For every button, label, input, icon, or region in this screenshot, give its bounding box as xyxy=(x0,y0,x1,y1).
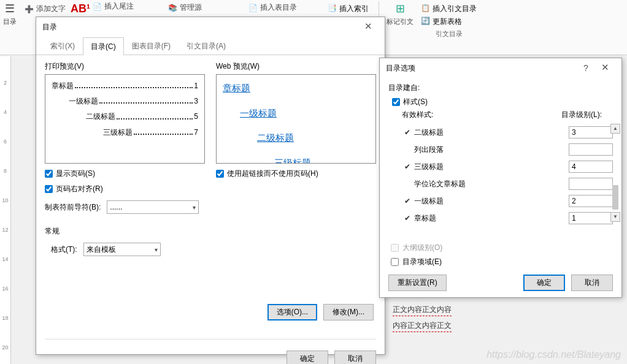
ribbon-insert-table-toc[interactable]: 📄 插入表目录 xyxy=(248,2,297,13)
toc-options-title: 目录选项 xyxy=(386,63,415,74)
ribbon-insert-citation-toc[interactable]: 📋 插入引文目录 xyxy=(421,4,477,14)
use-styles-input[interactable] xyxy=(392,98,400,106)
tab-toc[interactable]: 目录(C) xyxy=(83,37,124,55)
ribbon-toc[interactable]: ☰ 目录 xyxy=(2,1,17,26)
mark-icon: ⊞ xyxy=(393,1,407,16)
format-value: 来自模板 xyxy=(87,245,116,255)
toc-options-dialog: 目录选项 ? ✕ 目录建自: 样式(S) 有效样式: 目录级别(L): ✔ 二级… xyxy=(379,58,622,298)
chevron-down-icon: ▾ xyxy=(193,204,196,211)
print-preview-item: 一级标题 xyxy=(69,94,98,109)
level-input[interactable] xyxy=(569,126,613,138)
level-input[interactable] xyxy=(569,178,613,190)
style-name: 章标题 xyxy=(413,213,569,224)
scroll-down-icon[interactable]: ▼ xyxy=(610,212,620,222)
web-preview-link[interactable]: 二级标题 xyxy=(223,128,369,148)
plus-icon: ➕ xyxy=(25,5,34,13)
refresh-icon: 🔄 xyxy=(421,17,430,27)
style-row: ✔ 二级标题 xyxy=(402,124,613,141)
ribbon-table-toc-label: 插入表目录 xyxy=(260,2,297,13)
book-icon: 📚 xyxy=(168,4,177,12)
format-select[interactable]: 来自模板 ▾ xyxy=(83,243,161,256)
use-styles-checkbox[interactable]: 样式(S) xyxy=(388,97,613,107)
ribbon-mark-label: 标记引文 xyxy=(387,17,414,26)
check-icon: ✔ xyxy=(402,214,413,222)
ribbon-toc-label: 目录 xyxy=(3,17,17,26)
style-row: 列出段落 xyxy=(402,141,613,158)
right-align-checkbox[interactable]: 页码右对齐(R) xyxy=(45,184,205,194)
ribbon-manage-source[interactable]: 📚 管理源 xyxy=(168,2,202,13)
tab-leader-select[interactable]: ...... ▾ xyxy=(107,200,199,214)
outline-levels-label: 大纲级别(O) xyxy=(402,243,442,253)
style-list-scrollbar[interactable]: ▲ ▼ xyxy=(610,124,620,222)
ok-button[interactable]: 确定 xyxy=(287,351,328,364)
outline-levels-checkbox[interactable]: 大纲级别(O) xyxy=(388,243,613,253)
document-text-line-1: 正文内容正文内容 xyxy=(393,304,452,316)
style-name: 学位论文章标题 xyxy=(413,179,569,189)
scroll-up-icon[interactable]: ▲ xyxy=(610,124,620,134)
ribbon-endnote[interactable]: 📄 插入尾注 xyxy=(93,1,134,12)
doc-icon: 📄 xyxy=(248,4,258,12)
reset-button[interactable]: 重新设置(R) xyxy=(388,275,447,291)
level-input[interactable] xyxy=(569,161,613,173)
web-preview-link[interactable]: 章标题 xyxy=(223,78,369,98)
toc-field-label: 目录项域(E) xyxy=(402,257,442,267)
style-name: 一级标题 xyxy=(413,196,569,207)
chevron-down-icon: ▾ xyxy=(155,246,158,253)
ab-icon: AB¹ xyxy=(73,1,88,16)
show-page-number-checkbox[interactable]: 显示页码(S) xyxy=(45,169,205,179)
style-row: ✔ 一级标题 xyxy=(402,192,613,210)
web-preview-label: Web 预览(W) xyxy=(216,61,376,72)
toc-dialog-title: 目录 xyxy=(42,22,57,32)
web-preview-box[interactable]: 章标题 一级标题 二级标题 三级标题 xyxy=(216,74,376,164)
ribbon-insert-index[interactable]: 📑 插入索引 xyxy=(328,4,369,14)
ribbon-add-text[interactable]: ➕ 添加文字 xyxy=(25,4,66,14)
ribbon-endnote-label: 插入尾注 xyxy=(104,1,134,12)
print-preview-page: 7 xyxy=(194,125,198,140)
ribbon-manage-label: 管理源 xyxy=(180,2,202,13)
level-input[interactable] xyxy=(569,212,613,224)
close-icon[interactable]: ✕ xyxy=(594,60,615,76)
ribbon-cite-label: 插入引文目录 xyxy=(433,4,477,14)
right-align-input[interactable] xyxy=(45,185,53,193)
style-row: 学位论文章标题 xyxy=(402,175,613,192)
ribbon-update-table[interactable]: 🔄 更新表格 xyxy=(421,17,477,27)
cancel-button[interactable]: 取消 xyxy=(571,275,613,291)
use-hyperlinks-checkbox[interactable]: 使用超链接而不使用页码(H) xyxy=(216,169,376,179)
tab-citation-toc[interactable]: 引文目录(A) xyxy=(179,37,234,55)
level-input[interactable] xyxy=(569,195,613,207)
web-preview-link[interactable]: 三级标题 xyxy=(223,153,369,164)
web-preview-link[interactable]: 一级标题 xyxy=(223,104,369,123)
right-align-label: 页码右对齐(R) xyxy=(56,184,103,194)
toc-field-input[interactable] xyxy=(391,258,399,266)
level-input[interactable] xyxy=(569,143,613,156)
toc-options-titlebar[interactable]: 目录选项 ? ✕ xyxy=(380,58,621,78)
tab-leader-value: ...... xyxy=(110,203,122,211)
use-hyperlinks-label: 使用超链接而不使用页码(H) xyxy=(227,169,318,179)
show-page-number-label: 显示页码(S) xyxy=(56,169,95,179)
tab-index[interactable]: 索引(X) xyxy=(42,37,83,55)
scroll-thumb[interactable] xyxy=(612,185,618,210)
tab-figure-toc[interactable]: 图表目录(F) xyxy=(124,37,179,55)
style-row: ✔ 章标题 xyxy=(402,210,613,227)
toc-field-checkbox[interactable]: 目录项域(E) xyxy=(388,257,613,267)
cancel-button[interactable]: 取消 xyxy=(334,351,376,364)
print-preview-item: 二级标题 xyxy=(86,109,115,124)
valid-styles-header: 有效样式: xyxy=(402,110,433,120)
toc-dialog-titlebar[interactable]: 目录 ✕ xyxy=(36,17,385,37)
toc-tabs: 索引(X) 目录(C) 图表目录(F) 引文目录(A) xyxy=(36,37,385,55)
show-page-number-input[interactable] xyxy=(45,170,53,178)
use-styles-label: 样式(S) xyxy=(403,97,428,107)
print-preview-label: 打印预览(V) xyxy=(45,61,205,72)
ribbon-mark-citation[interactable]: ⊞ 标记引文 xyxy=(387,1,414,26)
ok-button[interactable]: 确定 xyxy=(523,275,565,291)
help-icon[interactable]: ? xyxy=(579,63,593,73)
print-preview-box[interactable]: 章标题1 一级标题3 二级标题5 三级标题7 xyxy=(45,74,205,164)
use-hyperlinks-input[interactable] xyxy=(216,170,224,178)
ribbon-updtbl-label: 更新表格 xyxy=(433,17,462,27)
tab-leader-label: 制表符前导符(B): xyxy=(45,202,101,213)
general-section-label: 常规 xyxy=(45,226,376,237)
options-button[interactable]: 选项(O)... xyxy=(267,304,317,320)
modify-button[interactable]: 修改(M)... xyxy=(323,304,374,320)
close-icon[interactable]: ✕ xyxy=(358,19,379,35)
ribbon-footnote[interactable]: AB¹ xyxy=(73,1,88,16)
